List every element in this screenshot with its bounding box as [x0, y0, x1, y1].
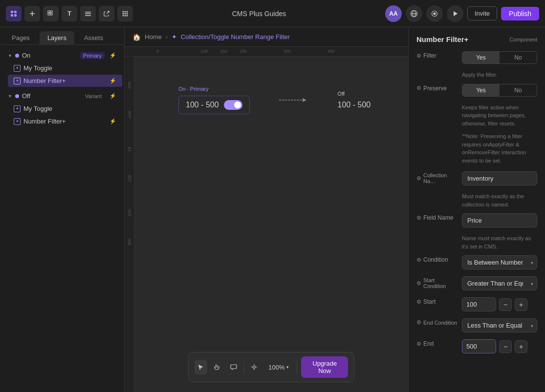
- filter-widget-off: 100 - 500: [338, 101, 371, 109]
- canvas-body: -200 -100 18 100 200 300 On · Primary 10…: [125, 57, 408, 392]
- filter-no-btn[interactable]: No: [500, 52, 537, 63]
- field-label: ⚙ Field Name: [416, 213, 458, 221]
- field-input[interactable]: [462, 213, 537, 227]
- layer-my-toggle-on[interactable]: ✦ My Toggle: [8, 62, 122, 74]
- end-decrement-btn[interactable]: −: [499, 340, 512, 353]
- gear-collection-icon: ⚙: [416, 175, 421, 182]
- filter-label: ⚙ Filter: [416, 51, 458, 59]
- svg-rect-9: [50, 13, 52, 15]
- layer-my-toggle-off[interactable]: ✦ My Toggle: [8, 103, 122, 115]
- filter-on-text: 100 - 500: [186, 101, 219, 109]
- lightning-selected-icon: ⚡: [109, 78, 116, 84]
- preserve-yes-btn[interactable]: Yes: [462, 84, 500, 96]
- panel-tabs: Pages Layers Assets: [0, 27, 124, 45]
- ruler-tick-200: 200: [240, 49, 247, 54]
- ruler-tick-150: 150: [220, 49, 227, 54]
- canvas-main[interactable]: On · Primary 100 - 500: [134, 57, 408, 392]
- grid-btn[interactable]: [43, 6, 59, 21]
- start-increment-btn[interactable]: +: [515, 298, 527, 311]
- end-input[interactable]: [462, 339, 496, 353]
- condition-row: ⚙ Condition Is Between Numbers Equals Gr…: [416, 255, 537, 269]
- layer-number-filter-on[interactable]: ✦ Number Filter+ ⚡: [8, 75, 122, 87]
- svg-marker-27: [454, 11, 458, 16]
- start-row: ⚙ Start − +: [416, 297, 537, 311]
- sun-tool[interactable]: [248, 360, 261, 374]
- layers-list: ▼ On Primary ⚡ ✦ My Toggle ✦ Number Filt…: [0, 45, 124, 392]
- layer-group-on[interactable]: ▼ On Primary ⚡: [2, 49, 122, 62]
- cursor-tool[interactable]: [195, 360, 207, 374]
- on-badge: Primary: [80, 52, 105, 59]
- zoom-control[interactable]: 100% ▾: [264, 362, 293, 373]
- play-btn[interactable]: [447, 5, 463, 22]
- end-row: ⚙ End − +: [416, 339, 537, 353]
- toggle-on[interactable]: [224, 100, 242, 110]
- field-row: ⚙ Field Name: [416, 213, 537, 227]
- start-condition-select[interactable]: Greater Than or Equal Greater Than Less …: [462, 276, 537, 290]
- off-label: Off: [338, 91, 371, 97]
- add-btn[interactable]: [24, 6, 40, 21]
- gear-field-icon: ⚙: [416, 215, 421, 221]
- filter-yes-btn[interactable]: Yes: [462, 52, 500, 63]
- canvas-toolbar: 100% ▾ Upgrade Now: [188, 352, 354, 382]
- hand-tool[interactable]: [211, 360, 224, 374]
- globe-btn[interactable]: [406, 5, 422, 22]
- end-increment-btn[interactable]: +: [515, 340, 527, 353]
- panel-title: Number Filter+: [416, 35, 468, 43]
- publish-btn[interactable]: Publish: [501, 7, 539, 21]
- webflow-menu-btn[interactable]: [6, 6, 22, 21]
- condition-control: Is Between Numbers Equals Greater Than L…: [462, 255, 537, 269]
- ruler-v-0: 18: [127, 147, 132, 152]
- start-input[interactable]: [462, 297, 496, 311]
- breadcrumb: 🏠 Home › ✦ Collection/Toggle Number Rang…: [125, 27, 408, 47]
- left-panel: Pages Layers Assets ▼ On Primary ⚡ ✦ My …: [0, 27, 125, 392]
- svg-point-13: [123, 11, 124, 12]
- breadcrumb-sep: ›: [166, 33, 168, 41]
- breadcrumb-home[interactable]: Home: [145, 33, 162, 41]
- avatar-btn[interactable]: AA: [385, 5, 402, 22]
- svg-rect-12: [85, 15, 91, 16]
- tab-assets[interactable]: Assets: [76, 31, 111, 44]
- gear-condition-icon: ⚙: [416, 257, 421, 263]
- svg-rect-7: [50, 11, 52, 13]
- comment-tool[interactable]: [227, 360, 240, 374]
- canvas-area: 🏠 Home › ✦ Collection/Toggle Number Rang…: [125, 27, 408, 392]
- tab-pages[interactable]: Pages: [4, 31, 38, 44]
- filter-widget-on[interactable]: 100 - 500: [178, 96, 250, 114]
- record-btn[interactable]: [426, 5, 443, 22]
- upgrade-btn[interactable]: Upgrade Now: [301, 356, 348, 378]
- topbar-right: AA Invite Publish: [385, 5, 539, 22]
- field-control: [462, 213, 537, 227]
- invite-btn[interactable]: Invite: [467, 6, 497, 21]
- lightning-off-icon: ⚡: [109, 93, 116, 99]
- text-btn[interactable]: T: [62, 6, 77, 21]
- condition-select[interactable]: Is Between Numbers Equals Greater Than L…: [462, 255, 537, 269]
- app-title: CMS Plus Guides: [133, 10, 385, 18]
- end-condition-select[interactable]: Less Than or Equal Less Than Greater Tha…: [462, 318, 537, 332]
- zoom-value: 100%: [268, 364, 284, 371]
- preserve-no-btn[interactable]: No: [500, 84, 537, 96]
- lightning-icon: ⚡: [109, 52, 116, 59]
- start-decrement-btn[interactable]: −: [499, 298, 512, 311]
- list-btn[interactable]: [80, 6, 96, 21]
- number-filter-on-label: Number Filter+: [23, 77, 65, 84]
- external-btn[interactable]: [99, 6, 114, 21]
- collection-input[interactable]: [462, 171, 537, 186]
- canvas-ruler-v: -200 -100 18 100 200 300: [125, 57, 134, 392]
- layer-number-filter-off[interactable]: ✦ Number Filter+ ⚡: [8, 115, 122, 127]
- tab-layers[interactable]: Layers: [40, 31, 74, 44]
- preserve-toggle-group: Yes No: [462, 84, 537, 97]
- gear-start-cond-icon: ⚙: [416, 280, 421, 287]
- apps-btn[interactable]: [117, 6, 133, 21]
- on-primary-group: On · Primary 100 - 500: [178, 86, 250, 114]
- layer-group-off[interactable]: ▼ Off Variant ⚡: [2, 90, 122, 102]
- end-label: ⚙ End: [416, 339, 458, 347]
- end-condition-row: ⚙ End Condition Less Than or Equal Less …: [416, 318, 537, 332]
- collection-label: ⚙ Collection Na…: [416, 171, 458, 184]
- svg-rect-0: [11, 11, 13, 13]
- breadcrumb-active: ✦ Collection/Toggle Number Range Filter: [172, 33, 290, 41]
- svg-point-16: [123, 13, 124, 14]
- ruler-tick-400: 400: [327, 49, 335, 54]
- gear-start-icon: ⚙: [416, 299, 421, 305]
- gear-icon: ⚙: [416, 53, 421, 59]
- component-icon: ✦: [14, 65, 21, 72]
